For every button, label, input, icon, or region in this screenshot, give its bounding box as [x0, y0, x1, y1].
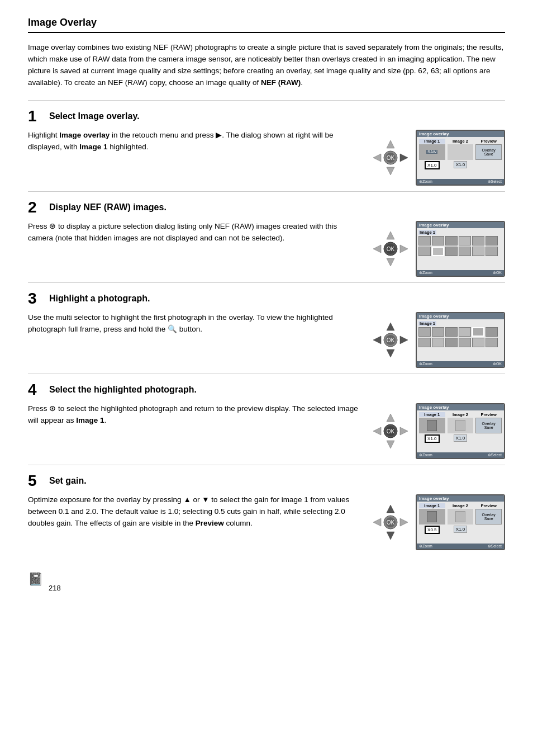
svg-marker-4	[387, 167, 394, 175]
step-1-block: 1 Select Image overlay. Highlight Image …	[28, 100, 505, 191]
step-1-title: Select Image overlay.	[49, 108, 140, 122]
step-5-number: 5	[28, 473, 44, 489]
step-5-text: Optimize exposure for the overlay by pre…	[28, 494, 362, 530]
step-1-number: 1	[28, 108, 44, 124]
svg-marker-11	[387, 258, 394, 266]
svg-marker-17	[387, 323, 394, 330]
svg-marker-33	[373, 518, 381, 526]
step-3-text: Use the multi selector to highlight the …	[28, 312, 362, 336]
step-4-title: Select the highlighted photograph.	[49, 382, 197, 396]
step-4-number: 4	[28, 382, 44, 398]
svg-text:OK: OK	[387, 428, 395, 434]
step-4-dpad: OK	[371, 412, 410, 451]
svg-text:OK: OK	[387, 519, 395, 526]
svg-marker-13	[400, 245, 408, 253]
step-5-dpad: OK	[371, 503, 410, 542]
svg-marker-32	[387, 532, 394, 540]
step-3-dpad: OK	[371, 320, 410, 360]
step-4-screen: Image overlay Image 1 Image 2	[416, 403, 505, 459]
svg-marker-5	[373, 154, 381, 162]
svg-marker-24	[387, 414, 394, 422]
page-title: Image Overlay	[28, 17, 505, 33]
step-2-dpad: OK	[371, 229, 410, 268]
step-3-block: 3 Highlight a photograph. Use the multi …	[28, 282, 505, 374]
step-4-block: 4 Select the highlighted photograph. Pre…	[28, 374, 505, 465]
intro-paragraph: Image overlay combines two existing NEF …	[28, 42, 505, 89]
svg-marker-20	[400, 336, 408, 344]
svg-marker-12	[373, 245, 381, 253]
step-2-text: Press ⊛ to display a picture selection d…	[28, 221, 362, 244]
step-5-block: 5 Set gain. Optimize exposure for the ov…	[28, 465, 505, 556]
svg-text:OK: OK	[387, 155, 395, 161]
step-2-screen: Image overlay Image 1	[416, 221, 505, 277]
step-1-screen: Image overlay Image 1 RAW Image 2 Previe…	[416, 130, 505, 186]
svg-marker-26	[373, 427, 381, 435]
step-1-dpad: OK	[371, 138, 410, 177]
svg-marker-31	[387, 505, 394, 513]
step-3-number: 3	[28, 291, 44, 306]
notebook-icon: 📓	[28, 572, 43, 587]
svg-marker-19	[373, 336, 381, 344]
svg-marker-6	[400, 154, 408, 162]
svg-marker-25	[387, 441, 394, 448]
step-5-title: Set gain.	[49, 473, 87, 487]
step-3-title: Highlight a photograph.	[49, 291, 150, 305]
step-2-block: 2 Display NEF (RAW) images. Press ⊛ to d…	[28, 191, 505, 282]
step-2-title: Display NEF (RAW) images.	[49, 200, 166, 214]
page-number: 218	[49, 584, 61, 592]
svg-marker-34	[400, 518, 408, 526]
svg-marker-3	[387, 140, 394, 148]
step-1-text: Highlight Image overlay in the retouch m…	[28, 130, 362, 153]
step-4-text: Press ⊛ to select the highlighted photog…	[28, 403, 362, 427]
svg-marker-18	[387, 349, 394, 357]
svg-text:OK: OK	[387, 337, 395, 343]
step-3-screen: Image overlay Image 1	[416, 312, 505, 368]
svg-marker-27	[400, 427, 408, 435]
step-2-number: 2	[28, 200, 44, 215]
svg-text:OK: OK	[387, 246, 395, 252]
svg-marker-10	[387, 231, 394, 239]
step-5-screen: Image overlay Image 1 Image 2	[416, 494, 505, 550]
